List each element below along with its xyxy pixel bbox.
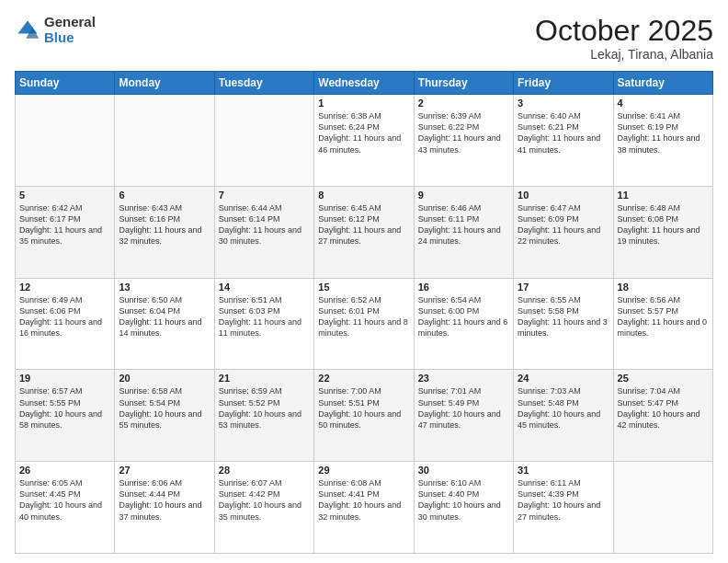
col-saturday: Saturday	[613, 72, 712, 95]
day-number: 30	[418, 465, 509, 476]
day-number: 29	[318, 465, 409, 476]
calendar-cell: 14Sunrise: 6:51 AM Sunset: 6:03 PM Dayli…	[214, 278, 313, 370]
calendar-cell: 12Sunrise: 6:49 AM Sunset: 6:06 PM Dayli…	[16, 278, 115, 370]
day-number: 27	[119, 465, 210, 476]
calendar-cell: 27Sunrise: 6:06 AM Sunset: 4:44 PM Dayli…	[115, 462, 214, 554]
day-info: Sunrise: 6:43 AM Sunset: 6:16 PM Dayligh…	[119, 202, 210, 247]
calendar-cell: 23Sunrise: 7:01 AM Sunset: 5:49 PM Dayli…	[414, 370, 513, 462]
day-number: 20	[119, 373, 210, 384]
calendar-cell: 1Sunrise: 6:38 AM Sunset: 6:24 PM Daylig…	[314, 95, 414, 187]
day-number: 19	[19, 373, 110, 384]
title-block: October 2025 Lekaj, Tirana, Albania	[535, 15, 713, 62]
calendar-week-3: 12Sunrise: 6:49 AM Sunset: 6:06 PM Dayli…	[16, 278, 713, 370]
day-number: 14	[219, 282, 310, 293]
day-number: 25	[618, 373, 709, 384]
calendar-week-2: 5Sunrise: 6:42 AM Sunset: 6:17 PM Daylig…	[16, 186, 713, 278]
calendar-cell	[115, 95, 214, 187]
day-info: Sunrise: 6:11 AM Sunset: 4:39 PM Dayligh…	[518, 477, 609, 523]
day-number: 15	[318, 282, 409, 293]
day-number: 16	[418, 282, 509, 293]
col-tuesday: Tuesday	[214, 72, 313, 95]
day-number: 23	[418, 373, 509, 384]
calendar-cell: 26Sunrise: 6:05 AM Sunset: 4:45 PM Dayli…	[16, 462, 115, 554]
day-number: 1	[318, 98, 409, 109]
day-info: Sunrise: 6:50 AM Sunset: 6:04 PM Dayligh…	[119, 294, 210, 339]
logo-general: General	[44, 15, 96, 30]
calendar-cell: 11Sunrise: 6:48 AM Sunset: 6:08 PM Dayli…	[613, 186, 712, 278]
day-info: Sunrise: 6:05 AM Sunset: 4:45 PM Dayligh…	[19, 477, 110, 523]
calendar-cell: 28Sunrise: 6:07 AM Sunset: 4:42 PM Dayli…	[214, 462, 313, 554]
calendar-cell	[613, 462, 712, 554]
day-info: Sunrise: 6:45 AM Sunset: 6:12 PM Dayligh…	[318, 202, 409, 247]
calendar-cell: 9Sunrise: 6:46 AM Sunset: 6:11 PM Daylig…	[414, 186, 513, 278]
month-title: October 2025	[535, 15, 713, 47]
day-info: Sunrise: 7:04 AM Sunset: 5:47 PM Dayligh…	[618, 385, 709, 431]
calendar-cell: 3Sunrise: 6:40 AM Sunset: 6:21 PM Daylig…	[514, 95, 613, 187]
subtitle: Lekaj, Tirana, Albania	[535, 47, 713, 62]
day-number: 18	[618, 282, 709, 293]
day-info: Sunrise: 6:51 AM Sunset: 6:03 PM Dayligh…	[219, 294, 310, 339]
day-number: 9	[418, 190, 509, 201]
day-info: Sunrise: 6:58 AM Sunset: 5:54 PM Dayligh…	[119, 385, 210, 431]
day-info: Sunrise: 6:56 AM Sunset: 5:57 PM Dayligh…	[618, 294, 709, 339]
calendar-cell: 16Sunrise: 6:54 AM Sunset: 6:00 PM Dayli…	[414, 278, 513, 370]
day-info: Sunrise: 6:41 AM Sunset: 6:19 PM Dayligh…	[618, 110, 709, 155]
day-info: Sunrise: 6:47 AM Sunset: 6:09 PM Dayligh…	[518, 202, 609, 247]
day-info: Sunrise: 6:40 AM Sunset: 6:21 PM Dayligh…	[518, 110, 609, 155]
col-friday: Friday	[514, 72, 613, 95]
calendar-cell: 30Sunrise: 6:10 AM Sunset: 4:40 PM Dayli…	[414, 462, 513, 554]
day-info: Sunrise: 6:52 AM Sunset: 6:01 PM Dayligh…	[318, 294, 409, 339]
calendar-week-1: 1Sunrise: 6:38 AM Sunset: 6:24 PM Daylig…	[16, 95, 713, 187]
day-info: Sunrise: 7:01 AM Sunset: 5:49 PM Dayligh…	[418, 385, 509, 431]
calendar-cell: 31Sunrise: 6:11 AM Sunset: 4:39 PM Dayli…	[514, 462, 613, 554]
day-info: Sunrise: 6:39 AM Sunset: 6:22 PM Dayligh…	[418, 110, 509, 155]
calendar-cell: 18Sunrise: 6:56 AM Sunset: 5:57 PM Dayli…	[613, 278, 712, 370]
day-number: 13	[119, 282, 210, 293]
col-wednesday: Wednesday	[314, 72, 414, 95]
calendar-header: Sunday Monday Tuesday Wednesday Thursday…	[16, 72, 713, 95]
day-info: Sunrise: 6:07 AM Sunset: 4:42 PM Dayligh…	[219, 477, 310, 523]
day-info: Sunrise: 6:38 AM Sunset: 6:24 PM Dayligh…	[318, 110, 409, 155]
page: General Blue October 2025 Lekaj, Tirana,…	[0, 0, 728, 563]
day-info: Sunrise: 6:59 AM Sunset: 5:52 PM Dayligh…	[219, 385, 310, 431]
calendar-body: 1Sunrise: 6:38 AM Sunset: 6:24 PM Daylig…	[16, 95, 713, 554]
day-number: 8	[318, 190, 409, 201]
calendar-cell	[214, 95, 313, 187]
day-info: Sunrise: 6:55 AM Sunset: 5:58 PM Dayligh…	[518, 294, 609, 339]
day-number: 26	[19, 465, 110, 476]
calendar-cell: 15Sunrise: 6:52 AM Sunset: 6:01 PM Dayli…	[314, 278, 414, 370]
day-number: 5	[19, 190, 110, 201]
day-info: Sunrise: 6:08 AM Sunset: 4:41 PM Dayligh…	[318, 477, 409, 523]
day-number: 24	[518, 373, 609, 384]
day-info: Sunrise: 6:49 AM Sunset: 6:06 PM Dayligh…	[19, 294, 110, 339]
logo: General Blue	[15, 15, 96, 45]
day-number: 6	[119, 190, 210, 201]
logo-text: General Blue	[44, 15, 96, 45]
day-number: 21	[219, 373, 310, 384]
calendar-cell: 29Sunrise: 6:08 AM Sunset: 4:41 PM Dayli…	[314, 462, 414, 554]
day-info: Sunrise: 6:42 AM Sunset: 6:17 PM Dayligh…	[19, 202, 110, 247]
header: General Blue October 2025 Lekaj, Tirana,…	[15, 15, 713, 62]
day-info: Sunrise: 6:46 AM Sunset: 6:11 PM Dayligh…	[418, 202, 509, 247]
calendar-cell: 24Sunrise: 7:03 AM Sunset: 5:48 PM Dayli…	[514, 370, 613, 462]
calendar-cell: 17Sunrise: 6:55 AM Sunset: 5:58 PM Dayli…	[514, 278, 613, 370]
calendar-cell: 2Sunrise: 6:39 AM Sunset: 6:22 PM Daylig…	[414, 95, 513, 187]
logo-icon	[15, 17, 40, 43]
header-row: Sunday Monday Tuesday Wednesday Thursday…	[16, 72, 713, 95]
day-number: 10	[518, 190, 609, 201]
day-number: 31	[518, 465, 609, 476]
calendar-cell: 22Sunrise: 7:00 AM Sunset: 5:51 PM Dayli…	[314, 370, 414, 462]
day-number: 17	[518, 282, 609, 293]
day-number: 2	[418, 98, 509, 109]
day-number: 12	[19, 282, 110, 293]
calendar-cell: 13Sunrise: 6:50 AM Sunset: 6:04 PM Dayli…	[115, 278, 214, 370]
calendar-cell: 25Sunrise: 7:04 AM Sunset: 5:47 PM Dayli…	[613, 370, 712, 462]
calendar-table: Sunday Monday Tuesday Wednesday Thursday…	[15, 71, 713, 554]
col-sunday: Sunday	[16, 72, 115, 95]
day-info: Sunrise: 6:06 AM Sunset: 4:44 PM Dayligh…	[119, 477, 210, 523]
calendar-cell	[16, 95, 115, 187]
calendar-cell: 19Sunrise: 6:57 AM Sunset: 5:55 PM Dayli…	[16, 370, 115, 462]
day-number: 7	[219, 190, 310, 201]
day-info: Sunrise: 7:00 AM Sunset: 5:51 PM Dayligh…	[318, 385, 409, 431]
day-info: Sunrise: 6:10 AM Sunset: 4:40 PM Dayligh…	[418, 477, 509, 523]
